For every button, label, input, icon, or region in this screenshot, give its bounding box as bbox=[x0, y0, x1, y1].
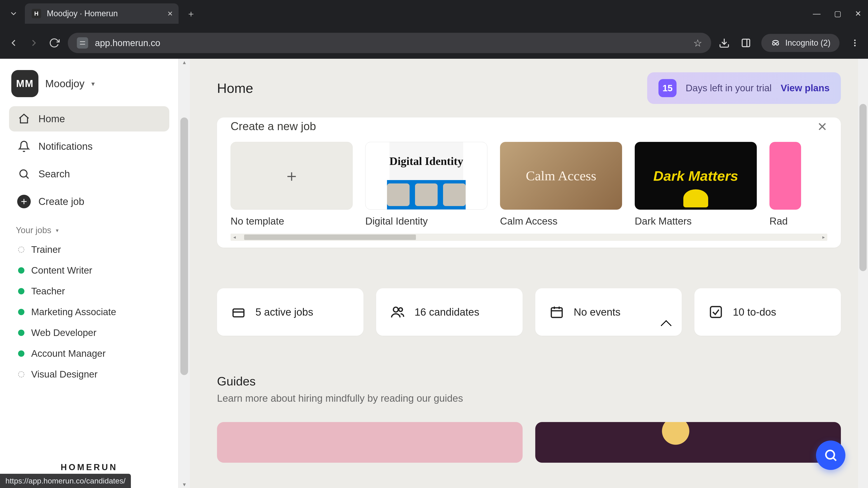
job-item-account-manager[interactable]: Account Manager bbox=[9, 344, 169, 363]
job-name: Trainer bbox=[31, 244, 61, 255]
guides-subtitle: Learn more about hiring mindfully by rea… bbox=[217, 393, 841, 404]
status-dot-active-icon bbox=[18, 330, 24, 336]
template-rad-peek[interactable]: Rad bbox=[770, 142, 803, 227]
downloads-icon[interactable] bbox=[718, 37, 731, 49]
reload-button[interactable] bbox=[48, 36, 61, 50]
trial-text: Days left in your trial bbox=[686, 83, 772, 94]
svg-point-9 bbox=[854, 45, 856, 46]
address-bar[interactable]: app.homerun.co ☆ bbox=[68, 33, 711, 53]
status-dot-active-icon bbox=[18, 267, 24, 273]
guide-card[interactable] bbox=[535, 422, 841, 463]
scroll-right-arrow-icon[interactable]: ▸ bbox=[819, 234, 827, 240]
job-name: Account Manager bbox=[31, 348, 105, 359]
back-button[interactable] bbox=[7, 36, 20, 50]
incognito-indicator[interactable]: Incognito (2) bbox=[761, 34, 839, 52]
view-plans-link[interactable]: View plans bbox=[781, 83, 830, 94]
main-wrap: Home 15 Days left in your trial View pla… bbox=[190, 59, 868, 488]
home-icon bbox=[17, 112, 31, 126]
template-label: Rad bbox=[770, 216, 803, 227]
stat-label: 10 to-dos bbox=[733, 306, 776, 318]
help-fab-button[interactable] bbox=[816, 441, 845, 470]
thumb-text: Dark Matters bbox=[653, 168, 738, 184]
guide-card[interactable] bbox=[217, 422, 523, 463]
panel-close-button[interactable]: ✕ bbox=[817, 120, 827, 134]
guides-section: Guides Learn more about hiring mindfully… bbox=[217, 374, 841, 463]
users-icon bbox=[390, 304, 405, 320]
status-dot-active-icon bbox=[18, 350, 24, 357]
bookmark-star-icon[interactable]: ☆ bbox=[693, 37, 702, 49]
svg-rect-3 bbox=[742, 39, 749, 46]
browser-status-bar: https://app.homerun.co/candidates/ bbox=[0, 474, 131, 488]
svg-rect-14 bbox=[233, 309, 244, 317]
forward-button[interactable] bbox=[27, 36, 41, 50]
stat-candidates[interactable]: 16 candidates bbox=[376, 288, 523, 336]
svg-point-23 bbox=[826, 451, 834, 459]
browser-toolbar: app.homerun.co ☆ Incognito (2) bbox=[0, 27, 868, 59]
window-maximize-button[interactable]: ▢ bbox=[834, 9, 841, 18]
plus-icon: ＋ bbox=[283, 165, 300, 187]
tab-close-button[interactable]: ✕ bbox=[167, 10, 173, 18]
stat-label: 16 candidates bbox=[414, 306, 479, 318]
job-item-web-developer[interactable]: Web Developer bbox=[9, 323, 169, 343]
template-calm-access[interactable]: Calm Access Calm Access bbox=[500, 142, 622, 227]
status-dot-draft-icon bbox=[18, 247, 24, 253]
job-item-marketing-associate[interactable]: Marketing Associate bbox=[9, 302, 169, 322]
workspace-switcher[interactable]: MM Moodjoy ▾ bbox=[0, 59, 178, 106]
template-digital-identity[interactable]: Digital Identity Digital Identity bbox=[365, 142, 487, 227]
stat-label: 5 active jobs bbox=[255, 306, 313, 318]
reading-list-icon[interactable] bbox=[740, 37, 752, 49]
template-horizontal-scrollbar[interactable]: ◂ ▸ bbox=[230, 234, 827, 241]
window-minimize-button[interactable]: — bbox=[813, 9, 820, 18]
window-controls: — ▢ ✕ bbox=[813, 9, 861, 18]
job-item-trainer[interactable]: Trainer bbox=[9, 240, 169, 260]
nav-label: Create job bbox=[38, 196, 84, 207]
tab-search-button[interactable] bbox=[7, 7, 20, 20]
hat-icon bbox=[683, 189, 708, 207]
nav-search[interactable]: Search bbox=[9, 161, 169, 187]
browser-tab[interactable]: H Moodjoy · Homerun ✕ bbox=[25, 3, 179, 24]
plus-circle-icon bbox=[17, 195, 31, 208]
nav-create-job[interactable]: Create job bbox=[9, 189, 169, 214]
scrollbar-thumb[interactable] bbox=[860, 104, 867, 271]
stat-active-jobs[interactable]: 5 active jobs bbox=[217, 288, 364, 336]
svg-line-11 bbox=[26, 176, 29, 178]
svg-point-5 bbox=[772, 42, 775, 45]
panel-title: Create a new job bbox=[230, 118, 827, 142]
site-info-icon[interactable] bbox=[77, 37, 88, 48]
your-jobs-header[interactable]: Your jobs ▾ bbox=[0, 214, 178, 240]
window-close-button[interactable]: ✕ bbox=[855, 9, 861, 18]
svg-point-6 bbox=[776, 42, 779, 45]
search-icon bbox=[824, 448, 838, 462]
scroll-up-arrow-icon[interactable]: ▴ bbox=[179, 59, 190, 66]
page-title: Home bbox=[217, 80, 253, 96]
nav-notifications[interactable]: Notifications bbox=[9, 134, 169, 159]
template-label: Digital Identity bbox=[365, 216, 487, 227]
template-blank[interactable]: ＋ No template bbox=[230, 142, 352, 227]
job-item-content-writer[interactable]: Content Writer bbox=[9, 260, 169, 281]
job-item-visual-designer[interactable]: Visual Designer bbox=[9, 364, 169, 384]
calendar-icon bbox=[549, 304, 565, 320]
stats-row: 5 active jobs 16 candidates No events 10… bbox=[217, 288, 841, 336]
avatar-placeholder-icon bbox=[415, 184, 438, 206]
scrollbar-thumb[interactable] bbox=[244, 234, 416, 240]
scroll-left-arrow-icon[interactable]: ◂ bbox=[230, 234, 238, 240]
tab-title: Moodjoy · Homerun bbox=[47, 9, 118, 18]
nav-home[interactable]: Home bbox=[9, 106, 169, 131]
browser-chrome: H Moodjoy · Homerun ✕ ＋ — ▢ ✕ app.homeru… bbox=[0, 0, 868, 59]
new-tab-button[interactable]: ＋ bbox=[185, 7, 197, 20]
job-item-teacher[interactable]: Teacher bbox=[9, 281, 169, 301]
browser-menu-icon[interactable] bbox=[848, 37, 861, 49]
bell-icon bbox=[17, 140, 31, 153]
sidebar-scrollbar[interactable]: ▴ ▾ bbox=[179, 59, 190, 488]
chevron-down-icon: ▾ bbox=[56, 227, 59, 234]
job-name: Content Writer bbox=[31, 265, 92, 276]
main-scrollbar[interactable] bbox=[858, 59, 868, 488]
incognito-label: Incognito (2) bbox=[785, 38, 831, 48]
scroll-down-arrow-icon[interactable]: ▾ bbox=[179, 481, 190, 488]
stat-events[interactable]: No events bbox=[535, 288, 682, 336]
main-content: Home 15 Days left in your trial View pla… bbox=[190, 59, 868, 488]
svg-rect-22 bbox=[710, 306, 721, 318]
template-dark-matters[interactable]: Dark Matters Dark Matters bbox=[635, 142, 757, 227]
stat-todos[interactable]: 10 to-dos bbox=[694, 288, 841, 336]
scrollbar-thumb[interactable] bbox=[180, 118, 188, 375]
